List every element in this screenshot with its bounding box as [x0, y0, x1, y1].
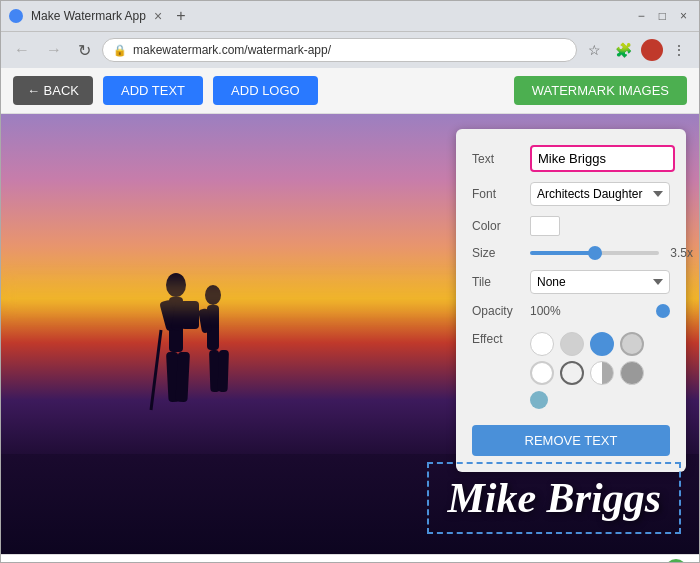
- font-select[interactable]: Architects Daughter Arial Times New Roma…: [530, 182, 670, 206]
- browser-window: Make Watermark App × + − □ × ← → ↻ 🔒 mak…: [0, 0, 700, 563]
- title-left: Make Watermark App × +: [9, 5, 191, 27]
- opacity-value: 100%: [530, 304, 648, 318]
- extensions-button[interactable]: 🧩: [610, 40, 637, 60]
- font-label: Font: [472, 187, 522, 201]
- lock-icon: 🔒: [113, 44, 127, 57]
- text-settings-panel: Text Font Architects Daughter Arial Time…: [456, 129, 686, 472]
- size-value: 3.5x: [665, 246, 693, 260]
- add-logo-button[interactable]: ADD LOGO: [213, 76, 318, 105]
- size-label: Size: [472, 246, 522, 260]
- effect-shadow[interactable]: [560, 332, 584, 356]
- app-toolbar: ← BACK ADD TEXT ADD LOGO WATERMARK IMAGE…: [1, 68, 699, 114]
- effect-outline[interactable]: [620, 332, 644, 356]
- effect-grid-bottom: [530, 361, 674, 385]
- text-input[interactable]: [530, 145, 675, 172]
- tab-title: Make Watermark App: [31, 9, 146, 23]
- effect-row: Effect: [472, 328, 670, 409]
- size-row: Size 3.5x: [472, 246, 670, 260]
- effect-none[interactable]: [530, 332, 554, 356]
- effect-spacer2: [650, 361, 674, 385]
- size-slider[interactable]: [530, 251, 659, 255]
- effect-hollow-dark[interactable]: [560, 361, 584, 385]
- nav-bar: ← → ↻ 🔒 makewatermark.com/watermark-app/…: [1, 32, 699, 68]
- maximize-button[interactable]: □: [655, 9, 670, 23]
- profile-avatar[interactable]: [641, 39, 663, 61]
- color-row: Color: [472, 216, 670, 236]
- tile-select[interactable]: None Tile Tile Horizontal Tile Vertical: [530, 270, 670, 294]
- tile-label: Tile: [472, 275, 522, 289]
- tab-close-btn[interactable]: ×: [154, 8, 162, 24]
- opacity-row: Opacity 100%: [472, 304, 670, 318]
- help-button[interactable]: ?: [665, 559, 687, 564]
- font-row: Font Architects Daughter Arial Times New…: [472, 182, 670, 206]
- back-to-app-button[interactable]: ← BACK: [13, 76, 93, 105]
- watermark-text: Mike Briggs: [447, 475, 661, 521]
- opacity-indicator[interactable]: [656, 304, 670, 318]
- url-text: makewatermark.com/watermark-app/: [133, 43, 566, 57]
- remove-text-button[interactable]: REMOVE TEXT: [472, 425, 670, 456]
- minimize-button[interactable]: −: [634, 9, 649, 23]
- bookmark-button[interactable]: ☆: [583, 40, 606, 60]
- effect-options: [530, 328, 674, 409]
- menu-button[interactable]: ⋮: [667, 40, 691, 60]
- address-bar[interactable]: 🔒 makewatermark.com/watermark-app/: [102, 38, 577, 62]
- effect-dark[interactable]: [620, 361, 644, 385]
- back-button[interactable]: ←: [9, 39, 35, 61]
- forward-button[interactable]: →: [41, 39, 67, 61]
- main-canvas: Text Font Architects Daughter Arial Time…: [1, 114, 700, 554]
- effect-label: Effect: [472, 332, 522, 346]
- svg-line-12: [151, 330, 161, 410]
- effect-hollow-white[interactable]: [530, 361, 554, 385]
- effect-selected[interactable]: [590, 332, 614, 356]
- close-button[interactable]: ×: [676, 9, 691, 23]
- window-controls: − □ ×: [634, 9, 691, 23]
- nav-actions: ☆ 🧩 ⋮: [583, 39, 691, 61]
- watermark-preview[interactable]: Mike Briggs: [427, 462, 681, 534]
- size-slider-container: 3.5x: [530, 246, 693, 260]
- color-label: Color: [472, 219, 522, 233]
- title-bar: Make Watermark App × + − □ ×: [1, 1, 699, 32]
- favicon: [9, 9, 23, 23]
- effect-extra-row: [530, 391, 674, 409]
- effect-split[interactable]: [590, 361, 614, 385]
- refresh-button[interactable]: ↻: [73, 39, 96, 62]
- svg-rect-11: [218, 350, 229, 392]
- text-field-label: Text: [472, 152, 522, 166]
- footer: PREMIUM EDITION ?: [1, 554, 699, 563]
- add-text-button[interactable]: ADD TEXT: [103, 76, 203, 105]
- color-swatch[interactable]: [530, 216, 560, 236]
- tile-row: Tile None Tile Tile Horizontal Tile Vert…: [472, 270, 670, 294]
- text-input-row: Text: [472, 145, 670, 172]
- effect-grid-top: [530, 332, 674, 356]
- watermark-images-button[interactable]: WATERMARK IMAGES: [514, 76, 687, 105]
- opacity-label: Opacity: [472, 304, 522, 318]
- effect-extra[interactable]: [530, 391, 548, 409]
- new-tab-button[interactable]: +: [170, 5, 191, 27]
- effect-spacer: [650, 332, 674, 356]
